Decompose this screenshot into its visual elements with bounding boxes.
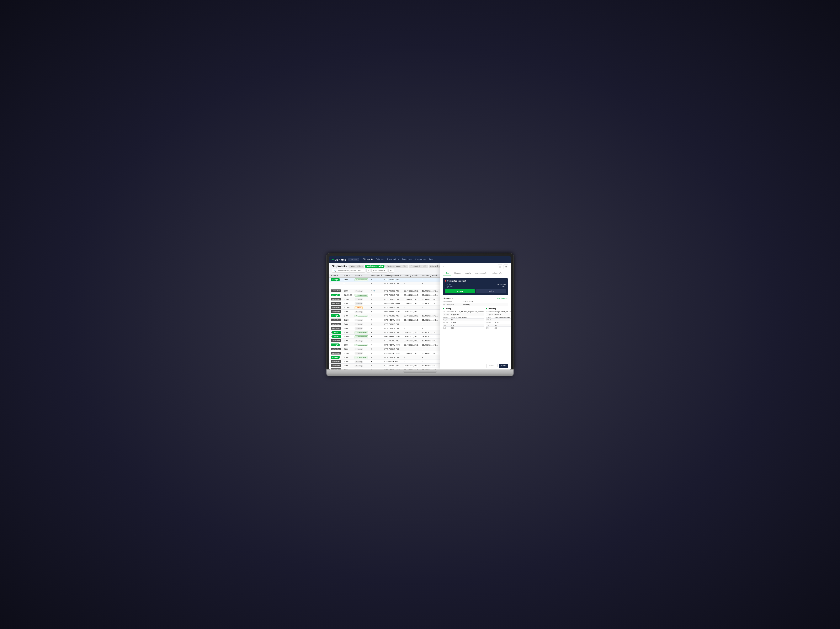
accept-offer-button[interactable]: Accept [445, 289, 475, 293]
table-row[interactable]: ▶ Accept€ 2000To be accepted✉DRG 458/JU … [329, 334, 440, 339]
accept-button[interactable]: Accept [331, 293, 339, 296]
table-row[interactable]: Make offer€ 300Pending✉DRG 458/JU 859605… [329, 301, 440, 306]
status-badge: To be accepted [355, 294, 368, 296]
table-row[interactable]: ▶ Accept€ 200To be accepted✉FTG 785/RG 7… [329, 330, 440, 334]
decline-offer-button[interactable]: Decline [476, 289, 506, 293]
cancel-button[interactable]: Cancel [486, 364, 497, 368]
table-row[interactable]: Make offer€ 400Pending✉FTG 785/RG 78508.… [329, 339, 440, 343]
save-button[interactable]: Save [499, 364, 508, 368]
close-button[interactable]: × [443, 265, 444, 268]
nav-dashboard[interactable]: Dashboard [402, 258, 412, 262]
nav-shipments[interactable]: Shipments [363, 258, 373, 262]
loading-company-value: ShipperGo [451, 313, 485, 316]
table-row[interactable]: Make offer€ 200Pending✉FTG 785/RG 785---… [329, 347, 440, 351]
table-row[interactable]: Make offer€ 200Pending✉DRG 458/JU 859605… [329, 368, 440, 370]
table-row[interactable]: Make offer€ 1200Pending✉DRG 458/JU 85960… [329, 318, 440, 322]
cell-unloading: - [421, 277, 439, 282]
cell-unloading: 13.04.2021, 13:0... [421, 330, 439, 334]
unloading-dot [486, 308, 487, 309]
table-row[interactable]: Make offer€ 400Pending✉DRG 458/JU 859605… [329, 310, 440, 314]
make-offer-button[interactable]: Make offer [331, 302, 341, 304]
table-row[interactable]: Make offer€ 400Pending✉FTG 785/RG 785--5… [329, 322, 440, 326]
accept-button[interactable]: Accept [331, 278, 339, 281]
tab-marketplace[interactable]: Marketplace - 4/64 [365, 265, 385, 268]
accept-button[interactable]: Accept [331, 314, 339, 317]
make-offer-button[interactable]: Make offer [331, 306, 341, 309]
tab-active[interactable]: Active - 16/403 [349, 265, 364, 268]
nav-reservations[interactable]: Reservations [387, 258, 399, 262]
make-offer-button[interactable]: Make offer [331, 352, 341, 355]
accept-button[interactable]: Accept [332, 331, 341, 334]
table-row[interactable]: Make offer€ 1200Pending✉KUJ 002/TRE 5530… [329, 351, 440, 355]
expand-chevron-icon[interactable]: ▶ [331, 336, 332, 337]
status-badge: Pending [355, 340, 363, 342]
make-offer-button[interactable]: Make offer [331, 310, 341, 313]
make-offer-button[interactable]: Make offer [331, 339, 341, 342]
panel-tab-shipment[interactable]: Shipment [451, 271, 463, 276]
loading-address-value: Flue Pl. 1165, DK-8899, Copenhagen, Denm… [451, 311, 485, 313]
tab-customer[interactable]: Customer quotes - 5/32 [385, 265, 408, 268]
nav-companies[interactable]: Companies [415, 258, 426, 262]
make-offer-button[interactable]: Make offer [331, 290, 341, 292]
cell-status: Pending [353, 310, 369, 314]
table-row[interactable]: Accept€ 400To be accepted✉FTG 785/RG 785… [329, 314, 440, 318]
make-offer-button[interactable]: Make offer [331, 327, 341, 329]
loading-address-row: Full address Flue Pl. 1165, DK-8899, Cop… [443, 311, 485, 313]
unloading-pcs-value: 50 PLL [494, 321, 511, 324]
cell-status: Pending [353, 347, 369, 351]
make-offer-button[interactable]: Make offer [331, 323, 341, 325]
search-input-wrapper[interactable]: 🔍 Search carrier, plate no., date... [332, 269, 365, 273]
table-row[interactable]: Accept€ 900To be accepted✉DRG 458/JU 859… [329, 343, 440, 347]
saved-filters-button[interactable]: Saved filters ▾ [371, 269, 387, 273]
accept-button[interactable]: Accept [331, 356, 339, 359]
cell-price: € 400 [343, 322, 353, 326]
cell-unloading: 13.04.2021, 13:0... [421, 314, 439, 318]
panel-tab-offer[interactable]: Offer [443, 271, 451, 276]
view-full-link[interactable]: View full details [497, 297, 508, 299]
make-offer-button[interactable]: Make offer [331, 360, 341, 363]
nav-calendar[interactable]: Calendar [376, 258, 384, 262]
unloading-section: Unloading Full address Viking st. 340-9,… [486, 308, 511, 329]
carrier-badge[interactable]: Carrier ▾ [349, 258, 359, 261]
table-row[interactable]: --✉FTG 785/RG 785---GoRampJonas B [329, 282, 440, 285]
tab-contracted[interactable]: Contracted - 12/13 [409, 265, 428, 268]
cell-unloading: 05.06.2021, 13:0... [421, 318, 439, 322]
nav-fleet[interactable]: Fleet [428, 258, 433, 262]
table-row[interactable]: -----9344-0012-- [329, 285, 440, 289]
make-offer-button[interactable]: Make offer [331, 348, 341, 350]
make-offer-button[interactable]: Make offer [331, 318, 341, 321]
table-row[interactable]: Make offer€ 1200Pending✉FTG 785/RG 78505… [329, 297, 440, 301]
panel-export-button[interactable]: ⬜ [498, 265, 502, 269]
panel-tab-activity[interactable]: Activity [463, 271, 473, 276]
cell-price: - [343, 282, 353, 285]
cell-loading: - [403, 359, 421, 364]
panel-tab-followers[interactable]: Followers (1) [489, 271, 504, 276]
table-row[interactable]: Accept€ 2455.99To be accepted✉FTG 785/RG… [329, 293, 440, 297]
table-row[interactable]: Make offer€ 300Pending✉FTG 785/RG 78508.… [329, 364, 440, 368]
unloading-ldm-label: LDM [486, 324, 494, 327]
table-row[interactable]: Accept€ 300To be accepted✉FTG 785/RG 785… [329, 355, 440, 359]
more-filters-button[interactable]: ••• [388, 269, 394, 273]
cell-price: € 1200 [343, 297, 353, 301]
expand-chevron-icon[interactable]: ▶ [331, 331, 332, 333]
make-offer-button[interactable]: Make offer [331, 364, 341, 367]
panel-expand-button[interactable]: ⧉ [504, 265, 508, 269]
table-row[interactable]: Make offer€ 300Pending✉ 📎FTG 785/RG 7850… [329, 289, 440, 293]
table-row[interactable]: Accept€ 500To be accepted✉FTG 785/RG 785… [329, 277, 440, 282]
cell-messages: ✉ [369, 301, 383, 306]
loading-cmb-value: 200 [451, 327, 485, 329]
add-button[interactable]: + [366, 269, 370, 273]
accept-button[interactable]: Accept [331, 344, 339, 346]
cell-loading: - [403, 347, 421, 351]
table-row[interactable]: Make offer€ 300Pending✉FTG 785/RG 785--2… [329, 326, 440, 330]
accept-button[interactable]: Accept [332, 335, 341, 338]
table-row[interactable]: Make offer€ 300Pending✉KUJ 002/TRE 553--… [329, 359, 440, 364]
cell-messages: ✉ [369, 347, 383, 351]
cell-loading: - [403, 322, 421, 326]
make-offer-button[interactable]: Make offer [331, 298, 341, 301]
panel-tab-documents[interactable]: Documents (2) [473, 271, 489, 276]
cell-loading: 05.06.2021, 10:0... [403, 368, 421, 370]
tab-followed[interactable]: Followed - 0/0 [429, 265, 440, 268]
table-row[interactable]: Make offer€ 1100Offered✉FTG 785/RG 785--… [329, 306, 440, 310]
cell-status: Pending [353, 364, 369, 368]
